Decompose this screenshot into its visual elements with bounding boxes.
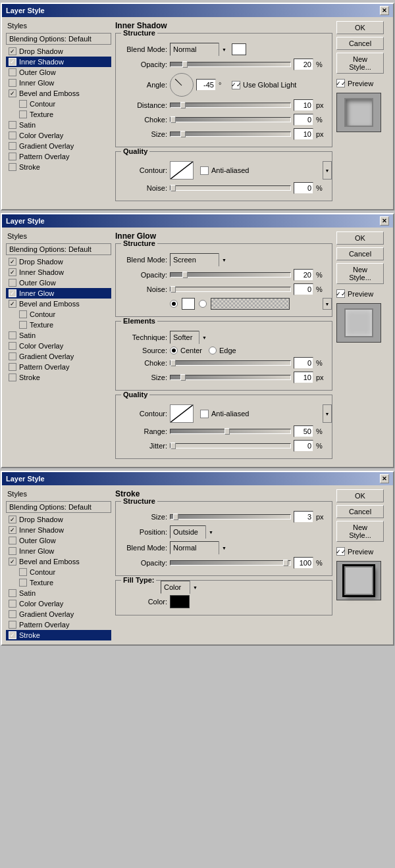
style-drop-shadow-3[interactable]: Drop Shadow (6, 514, 111, 525)
opacity-input-2[interactable] (294, 269, 313, 281)
fill-type-arrow-3[interactable]: ▼ (190, 581, 200, 594)
style-gradient-overlay-3[interactable]: Gradient Overlay (6, 609, 111, 619)
style-pattern-overlay-3[interactable]: Pattern Overlay (6, 619, 111, 630)
style-pattern-overlay-2[interactable]: Pattern Overlay (6, 362, 111, 372)
close-button-3[interactable]: ✕ (380, 474, 389, 483)
checkbox-bevel-2[interactable] (9, 300, 16, 308)
style-contour-3[interactable]: Contour (6, 567, 111, 577)
style-bevel-2[interactable]: Bevel and Emboss (6, 299, 111, 309)
close-button-1[interactable]: ✕ (380, 6, 389, 15)
technique-arrow-2[interactable]: ▼ (199, 331, 209, 344)
radio-center-2[interactable] (170, 347, 178, 354)
contour-arrow-1[interactable]: ▼ (323, 161, 332, 180)
blend-mode-select-2[interactable]: Screen ▼ (170, 253, 229, 266)
radio-edge-2[interactable] (209, 347, 217, 354)
style-bevel-1[interactable]: Bevel and Emboss (6, 88, 111, 99)
checkbox-texture-1[interactable] (19, 110, 27, 118)
angle-input-1[interactable] (196, 79, 216, 91)
contour-preview-2[interactable] (170, 404, 194, 423)
checkbox-drop-shadow-2[interactable] (9, 258, 16, 266)
contour-preview-1[interactable] (170, 161, 194, 180)
size-thumb-2[interactable] (180, 374, 186, 381)
checkbox-stroke-2[interactable] (9, 374, 16, 381)
close-button-2[interactable]: ✕ (380, 216, 389, 226)
technique-select-2[interactable]: Softer ▼ (170, 331, 209, 344)
blending-options-3[interactable]: Blending Options: Default (6, 501, 111, 513)
range-thumb-2[interactable] (224, 428, 230, 435)
style-color-overlay-3[interactable]: Color Overlay (6, 598, 111, 609)
style-gradient-overlay-2[interactable]: Gradient Overlay (6, 351, 111, 362)
noise-input-2[interactable] (294, 283, 313, 295)
noise-track-2[interactable] (170, 287, 291, 292)
jitter-thumb-2[interactable] (171, 443, 176, 449)
radio-color-2[interactable] (170, 300, 178, 308)
style-texture-3[interactable]: Texture (6, 577, 111, 588)
opacity-track-3[interactable] (170, 560, 291, 566)
new-style-button-3[interactable]: New Style... (336, 521, 384, 542)
style-color-overlay-1[interactable]: Color Overlay (6, 130, 111, 141)
checkbox-bevel-3[interactable] (9, 558, 16, 566)
checkbox-color-overlay-2[interactable] (9, 342, 16, 350)
preview-checkbox-1[interactable]: ✓ (336, 79, 345, 87)
style-inner-glow-2[interactable]: Inner Glow (6, 288, 111, 299)
opacity-thumb-2[interactable] (182, 272, 188, 278)
checkbox-inner-glow-3[interactable] (9, 547, 16, 555)
anti-aliased-checkbox-1[interactable] (200, 166, 209, 175)
checkbox-pattern-overlay-1[interactable] (9, 153, 16, 160)
new-style-button-2[interactable]: New Style... (336, 263, 384, 284)
preview-checkbox-2[interactable]: ✓ (336, 289, 345, 298)
style-pattern-overlay-1[interactable]: Pattern Overlay (6, 151, 111, 162)
noise-input-1[interactable] (294, 182, 313, 194)
style-inner-shadow-3[interactable]: Inner Shadow (6, 525, 111, 535)
checkbox-texture-3[interactable] (19, 579, 27, 587)
checkbox-pattern-overlay-3[interactable] (9, 621, 16, 629)
ok-button-3[interactable]: OK (336, 489, 384, 502)
size-track-3[interactable] (170, 514, 291, 519)
checkbox-inner-shadow-3[interactable] (9, 526, 16, 534)
blend-color-box-1[interactable] (232, 43, 246, 55)
checkbox-stroke-3[interactable] (9, 631, 16, 639)
size-track-2[interactable] (170, 375, 291, 380)
style-inner-shadow-2[interactable]: Inner Shadow (6, 267, 111, 277)
opacity-thumb-3[interactable] (283, 560, 288, 566)
checkbox-bevel-1[interactable] (9, 89, 16, 97)
size-input-2[interactable] (294, 372, 313, 383)
color-swatch-2[interactable] (182, 298, 195, 310)
checkbox-texture-2[interactable] (19, 321, 27, 329)
opacity-track-1[interactable] (170, 62, 291, 67)
checkbox-outer-glow-2[interactable] (9, 279, 16, 287)
blending-options-1[interactable]: Blending Options: Default (6, 33, 111, 45)
opacity-thumb-1[interactable] (182, 61, 188, 68)
position-select-3[interactable]: Outside ▼ (170, 525, 216, 539)
cancel-button-2[interactable]: Cancel (336, 247, 384, 260)
checkbox-inner-glow-1[interactable] (9, 79, 16, 87)
anti-aliased-checkbox-2[interactable] (200, 410, 209, 418)
ok-button-1[interactable]: OK (336, 21, 384, 34)
checkbox-gradient-overlay-3[interactable] (9, 610, 16, 618)
checkbox-pattern-overlay-2[interactable] (9, 363, 16, 371)
checkbox-gradient-overlay-1[interactable] (9, 142, 16, 150)
range-input-2[interactable] (294, 425, 313, 437)
preview-checkbox-3[interactable]: ✓ (336, 547, 345, 556)
jitter-track-2[interactable] (170, 443, 291, 448)
opacity-input-1[interactable] (294, 59, 313, 70)
blend-mode-select-3[interactable]: Normal ▼ (170, 541, 229, 554)
checkbox-inner-shadow-2[interactable] (9, 268, 16, 276)
gradient-arrow-2[interactable]: ▼ (323, 298, 332, 310)
color-swatch-3[interactable] (170, 595, 190, 608)
choke-track-2[interactable] (170, 360, 291, 366)
ok-button-2[interactable]: OK (336, 231, 384, 245)
contour-arrow-2[interactable]: ▼ (323, 404, 332, 423)
style-texture-2[interactable]: Texture (6, 320, 111, 330)
opacity-input-3[interactable] (294, 557, 313, 569)
style-outer-glow-3[interactable]: Outer Glow (6, 535, 111, 546)
radio-gradient-2[interactable] (199, 300, 207, 308)
checkbox-inner-glow-2[interactable] (9, 289, 16, 297)
noise-thumb-2[interactable] (171, 286, 176, 293)
distance-thumb-1[interactable] (180, 102, 186, 108)
blend-mode-arrow-3[interactable]: ▼ (219, 541, 229, 554)
blend-mode-arrow-2[interactable]: ▼ (219, 253, 229, 266)
checkbox-contour-1[interactable] (19, 100, 27, 108)
cancel-button-3[interactable]: Cancel (336, 505, 384, 518)
checkbox-inner-shadow-1[interactable] (9, 58, 16, 66)
